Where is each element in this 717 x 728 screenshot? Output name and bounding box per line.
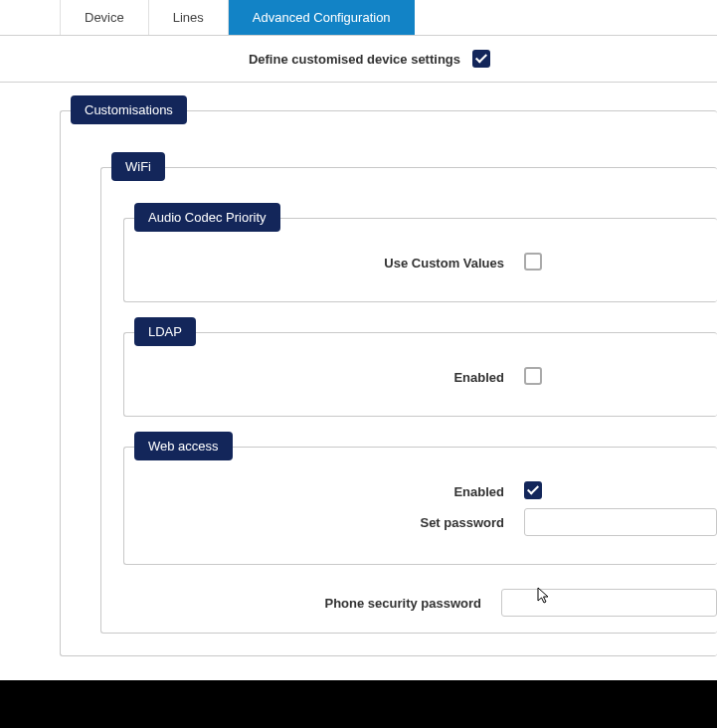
tab-device[interactable]: Device (60, 0, 149, 35)
phone-security-label: Phone security password (123, 596, 501, 611)
section-customisations: Customisations WiFi Audio Codec Priority… (60, 110, 717, 656)
section-web-access: Web access Enabled Set password (123, 447, 717, 565)
section-audio-codec-legend: Audio Codec Priority (134, 203, 280, 232)
section-wifi: WiFi Audio Codec Priority Use Custom Val… (100, 167, 717, 634)
section-ldap: LDAP Enabled (123, 332, 717, 417)
section-web-access-legend: Web access (134, 432, 233, 460)
section-wifi-legend: WiFi (111, 152, 165, 181)
define-settings-checkbox[interactable] (472, 50, 490, 68)
ldap-enabled-label: Enabled (146, 370, 524, 385)
set-password-input[interactable] (524, 508, 717, 536)
section-ldap-legend: LDAP (134, 317, 196, 346)
section-audio-codec: Audio Codec Priority Use Custom Values (123, 218, 717, 302)
ldap-enabled-checkbox[interactable] (524, 367, 542, 385)
use-custom-values-checkbox[interactable] (524, 253, 542, 271)
tab-advanced-configuration[interactable]: Advanced Configuration (229, 0, 415, 35)
phone-security-input[interactable] (501, 589, 717, 617)
define-settings-row: Define customised device settings (0, 36, 717, 83)
tab-lines[interactable]: Lines (149, 0, 229, 35)
section-customisations-legend: Customisations (71, 95, 187, 124)
tab-bar: Device Lines Advanced Configuration (0, 0, 717, 36)
set-password-label: Set password (146, 515, 524, 530)
web-enabled-checkbox[interactable] (524, 481, 542, 499)
define-settings-label: Define customised device settings (0, 52, 472, 67)
use-custom-values-label: Use Custom Values (146, 256, 524, 271)
web-enabled-label: Enabled (146, 484, 524, 499)
